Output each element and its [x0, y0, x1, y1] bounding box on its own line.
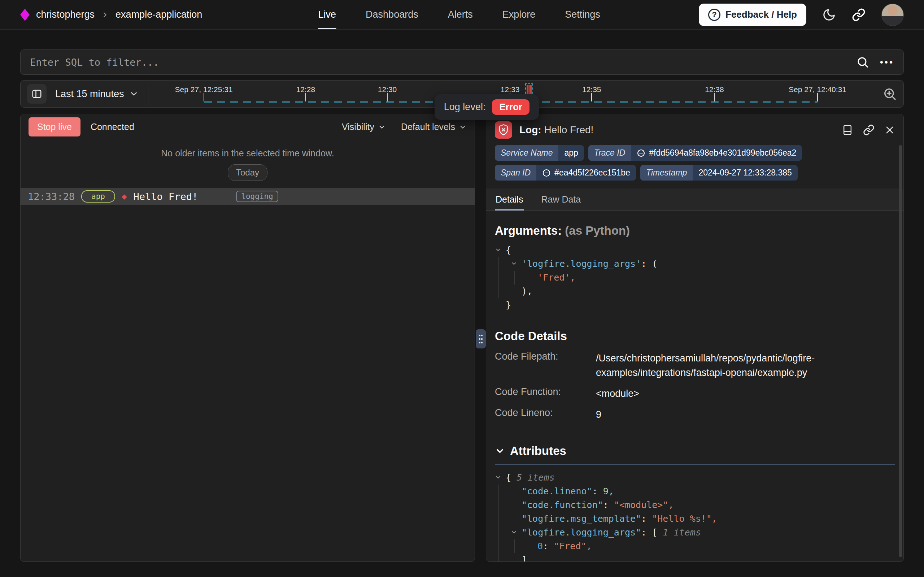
tree-line: "code.function": "<module>",: [511, 498, 895, 512]
dark-mode-toggle[interactable]: [822, 8, 836, 22]
collapse-chevron-icon[interactable]: [495, 474, 501, 480]
collapse-chevron-icon[interactable]: [511, 529, 517, 535]
collapse-chevron-icon[interactable]: [511, 260, 517, 267]
feedback-help-label: Feedback / Help: [725, 9, 797, 20]
badge-value: #fdd5694a8fa98eb4e301d99ebc056ea2: [631, 145, 802, 161]
json-sep: :: [543, 541, 554, 551]
live-panel-controls: Visibility Default levels: [342, 122, 467, 132]
detail-scrollbar[interactable]: [899, 145, 902, 557]
feedback-help-button[interactable]: ? Feedback / Help: [699, 3, 806, 26]
tab-settings[interactable]: Settings: [565, 0, 600, 29]
default-levels-label: Default levels: [401, 122, 455, 132]
live-panel-body: No older items in the selected time wind…: [21, 140, 475, 561]
time-range-bar: Last 15 minutes Sep 27, 12:25:31 12:28 1…: [20, 80, 904, 108]
logfire-logo-icon[interactable]: [20, 9, 30, 21]
live-view-panel: Stop live Connected Visibility Default l…: [20, 114, 475, 562]
code-filepath-value: /Users/christophersamiullah/repos/pydant…: [596, 351, 895, 380]
tab-details[interactable]: Details: [495, 189, 524, 211]
tab-live[interactable]: Live: [318, 0, 336, 29]
chevron-down-icon: [459, 123, 467, 131]
tree-nest: "code.lineno": 9, "code.function": "<mod…: [498, 485, 895, 561]
metadata-badges: Service Name app Trace ID #fdd5694a8fa98…: [486, 143, 903, 181]
sql-filter-input[interactable]: [30, 57, 845, 68]
tab-raw-data[interactable]: Raw Data: [540, 189, 582, 211]
json-string-value: "<module>",: [614, 500, 674, 510]
stop-live-button[interactable]: Stop live: [29, 118, 80, 137]
json-key: "code.function": [522, 500, 603, 510]
today-button[interactable]: Today: [228, 164, 267, 181]
python-sep: : (: [641, 258, 657, 269]
breadcrumb-project[interactable]: example-application: [116, 9, 202, 20]
link-icon: [637, 149, 645, 158]
search-icon[interactable]: [856, 56, 869, 69]
tree-line[interactable]: 'logfire.logging_args': (: [511, 257, 895, 271]
timeline-zoom-button[interactable]: [882, 87, 897, 101]
tree-line[interactable]: {: [495, 243, 895, 257]
panel-layout-icon: [31, 89, 43, 99]
live-panel-header: Stop live Connected Visibility Default l…: [21, 114, 475, 140]
attributes-json-tree: { 5 items "code.lineno": 9, "code.functi…: [495, 471, 895, 561]
badge-label: Span ID: [495, 165, 536, 181]
dock-panel-icon: [842, 124, 853, 136]
attributes-heading-text: Attributes: [510, 444, 566, 458]
share-link-button[interactable]: [852, 8, 866, 22]
default-levels-dropdown[interactable]: Default levels: [401, 122, 467, 132]
trace-id-badge[interactable]: Trace ID #fdd5694a8fa98eb4e301d99ebc056e…: [588, 145, 802, 161]
bracket-open: [: [652, 527, 657, 538]
chevron-right-icon: [101, 11, 109, 19]
tab-alerts[interactable]: Alerts: [448, 0, 473, 29]
tick-mark: [817, 93, 818, 102]
dock-panel-button[interactable]: [842, 124, 853, 136]
tree-nest: 0: "Fred",: [514, 540, 895, 553]
more-options-icon[interactable]: •••: [880, 57, 894, 68]
json-sep: :: [641, 527, 652, 538]
tree-line: "code.lineno": 9,: [511, 485, 895, 498]
tab-dashboards[interactable]: Dashboards: [366, 0, 418, 29]
breadcrumb-org[interactable]: christophergs: [36, 9, 95, 20]
service-name-badge: Service Name app: [495, 145, 584, 161]
span-id-badge[interactable]: Span ID #ea4d5f226ec151be: [495, 165, 636, 181]
json-key: "code.lineno": [522, 486, 592, 496]
code-function-value: <module>: [596, 386, 895, 401]
service-pill[interactable]: app: [81, 190, 115, 203]
error-shield-icon: [495, 121, 512, 139]
time-range-label: Last 15 minutes: [55, 89, 124, 100]
link-icon: [542, 169, 551, 177]
detail-header-actions: [842, 124, 895, 136]
log-row[interactable]: 12:33:28 app ◆ Hello Fred! logging: [21, 188, 475, 205]
connection-status: Connected: [91, 122, 134, 132]
json-sep: :: [603, 500, 614, 510]
timestamp-badge: Timestamp 2024-09-27 12:33:28.385: [640, 165, 798, 181]
panel-resize-handle[interactable]: [476, 329, 486, 348]
visibility-dropdown[interactable]: Visibility: [342, 122, 386, 132]
chevron-down-icon: [378, 123, 386, 131]
attributes-heading[interactable]: Attributes: [495, 444, 895, 458]
close-detail-button[interactable]: [885, 125, 895, 135]
badge-value: #ea4d5f226ec151be: [536, 165, 636, 181]
tree-line[interactable]: { 5 items: [495, 471, 895, 485]
json-sep: :: [592, 486, 603, 496]
arguments-heading: Arguments: (as Python): [495, 224, 895, 238]
brace: {: [506, 472, 511, 483]
sidebar-toggle-button[interactable]: [27, 84, 47, 104]
error-level-badge: Error: [492, 99, 529, 115]
permalink-button[interactable]: [863, 124, 874, 136]
logging-tag-pill[interactable]: logging: [236, 191, 278, 202]
items-count-note: 1 items: [663, 527, 701, 538]
arguments-heading-suffix: (as Python): [565, 224, 630, 237]
tab-explore[interactable]: Explore: [503, 0, 536, 29]
collapse-chevron-icon[interactable]: [495, 247, 501, 253]
badge-label: Service Name: [495, 145, 558, 161]
json-array-index: 0: [537, 541, 543, 551]
timeline[interactable]: Sep 27, 12:25:31 12:28 12:30 12:33 12:35…: [157, 81, 872, 107]
badge-value: app: [558, 145, 583, 161]
trace-id-value: #fdd5694a8fa98eb4e301d99ebc056ea2: [649, 148, 796, 158]
time-range-select[interactable]: Last 15 minutes: [55, 89, 138, 100]
detail-content: Arguments: (as Python) { 'logfire.loggin…: [486, 211, 903, 561]
paren-close: ),: [522, 286, 532, 297]
user-avatar[interactable]: [881, 3, 904, 26]
log-detail-panel: Log: Hello Fred! Service Name app: [486, 114, 904, 562]
tooltip-label: Log level:: [444, 102, 486, 113]
tree-line[interactable]: "logfire.logging_args": [ 1 items: [511, 526, 895, 540]
link-icon: [863, 124, 874, 136]
